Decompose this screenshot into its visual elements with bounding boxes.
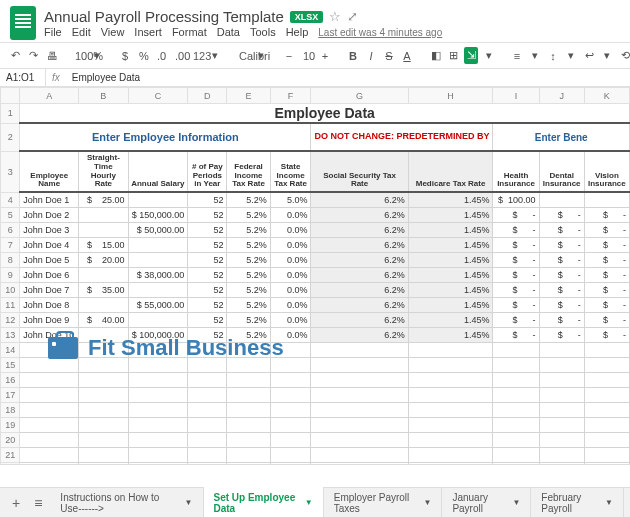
cell[interactable]: $ - xyxy=(493,282,539,297)
menu-tools[interactable]: Tools xyxy=(250,26,276,38)
cell[interactable] xyxy=(128,342,188,357)
all-sheets-icon[interactable]: ≡ xyxy=(28,491,48,515)
sheets-icon[interactable] xyxy=(10,6,36,40)
dec-more-icon[interactable]: .00 xyxy=(172,48,186,64)
col-header[interactable]: G xyxy=(311,88,408,104)
text-color-icon[interactable]: A xyxy=(400,48,414,64)
cell[interactable] xyxy=(79,207,128,222)
menu-file[interactable]: File xyxy=(44,26,62,38)
cell[interactable]: 1.45% xyxy=(408,237,493,252)
cell[interactable]: John Doe 8 xyxy=(20,297,79,312)
cell[interactable] xyxy=(188,447,227,462)
cell[interactable] xyxy=(311,402,408,417)
menu-view[interactable]: View xyxy=(101,26,125,38)
row-header[interactable]: 16 xyxy=(1,372,20,387)
cell[interactable]: $ 100,000.00 xyxy=(128,327,188,342)
cell[interactable]: $ - xyxy=(584,327,629,342)
currency-icon[interactable]: $ xyxy=(118,48,132,64)
cell[interactable]: 1.45% xyxy=(408,267,493,282)
cell[interactable] xyxy=(408,372,493,387)
cell[interactable] xyxy=(79,267,128,282)
cell[interactable] xyxy=(539,192,584,207)
cell[interactable] xyxy=(270,462,311,465)
cell[interactable]: 52 xyxy=(188,267,227,282)
cell[interactable] xyxy=(188,372,227,387)
cell[interactable]: 52 xyxy=(188,222,227,237)
bold-icon[interactable]: B xyxy=(346,48,360,64)
halign-icon[interactable]: ≡ xyxy=(510,48,524,64)
cell[interactable]: $ - xyxy=(539,207,584,222)
cell[interactable]: 0.0% xyxy=(270,312,311,327)
cell[interactable]: 5.2% xyxy=(227,192,270,207)
cell[interactable]: 6.2% xyxy=(311,312,408,327)
cell[interactable] xyxy=(493,447,539,462)
star-icon[interactable]: ☆ xyxy=(329,9,341,24)
cell[interactable]: 5.2% xyxy=(227,282,270,297)
cell[interactable]: $ - xyxy=(539,237,584,252)
cell[interactable]: $ - xyxy=(493,222,539,237)
cell[interactable] xyxy=(584,342,629,357)
chevron-down-icon[interactable]: ▼ xyxy=(605,498,613,507)
cell[interactable] xyxy=(79,297,128,312)
cell[interactable]: $ - xyxy=(539,282,584,297)
cell[interactable] xyxy=(539,357,584,372)
cell[interactable] xyxy=(270,417,311,432)
cell[interactable]: $ - xyxy=(584,297,629,312)
cell[interactable] xyxy=(79,372,128,387)
cell[interactable]: 0.0% xyxy=(270,282,311,297)
cell[interactable] xyxy=(584,387,629,402)
chevron-down-icon[interactable]: ▼ xyxy=(305,498,313,507)
chevron-down-icon[interactable]: ▼ xyxy=(512,498,520,507)
cell[interactable]: $ - xyxy=(539,252,584,267)
column-header-cell[interactable]: Annual Salary xyxy=(128,151,188,192)
cell[interactable] xyxy=(270,387,311,402)
cell[interactable] xyxy=(584,417,629,432)
column-header-cell[interactable]: Dental Insurance xyxy=(539,151,584,192)
cell[interactable] xyxy=(227,342,270,357)
cell[interactable] xyxy=(227,417,270,432)
row-header[interactable]: 14 xyxy=(1,342,20,357)
cell[interactable] xyxy=(539,462,584,465)
row-header[interactable]: 10 xyxy=(1,282,20,297)
cell[interactable]: $ - xyxy=(584,252,629,267)
col-header[interactable]: K xyxy=(584,88,629,104)
row-header[interactable]: 4 xyxy=(1,192,20,207)
row-header[interactable]: 18 xyxy=(1,402,20,417)
title-cell[interactable]: Employee Data xyxy=(20,104,630,124)
col-header[interactable]: C xyxy=(128,88,188,104)
cell[interactable]: 5.2% xyxy=(227,267,270,282)
cell[interactable] xyxy=(493,372,539,387)
cell[interactable]: 6.2% xyxy=(311,297,408,312)
cell[interactable]: 6.2% xyxy=(311,192,408,207)
row-header[interactable]: 19 xyxy=(1,417,20,432)
sheet-tab[interactable]: Employer Payroll Taxes▼ xyxy=(324,487,443,518)
row-header[interactable]: 12 xyxy=(1,312,20,327)
cell[interactable]: John Doe 2 xyxy=(20,207,79,222)
cell[interactable] xyxy=(227,402,270,417)
cell[interactable]: 1.45% xyxy=(408,192,493,207)
cell[interactable]: 5.2% xyxy=(227,252,270,267)
cell[interactable] xyxy=(79,342,128,357)
cell[interactable]: 5.2% xyxy=(227,207,270,222)
cell[interactable] xyxy=(311,462,408,465)
menu-format[interactable]: Format xyxy=(172,26,207,38)
cell[interactable]: $ - xyxy=(539,327,584,342)
cell[interactable] xyxy=(227,387,270,402)
row-header[interactable]: 22 xyxy=(1,462,20,465)
cell[interactable] xyxy=(20,402,79,417)
cell[interactable] xyxy=(311,387,408,402)
cell[interactable]: 5.2% xyxy=(227,222,270,237)
col-header[interactable]: H xyxy=(408,88,493,104)
font-select[interactable]: Calibri xyxy=(236,48,250,64)
row-header[interactable]: 9 xyxy=(1,267,20,282)
cell[interactable]: 5.2% xyxy=(227,327,270,342)
cell[interactable] xyxy=(270,372,311,387)
cell[interactable] xyxy=(493,432,539,447)
cell[interactable]: $ - xyxy=(584,222,629,237)
cell[interactable]: 0.0% xyxy=(270,297,311,312)
cell[interactable]: John Doe 4 xyxy=(20,237,79,252)
column-header-cell[interactable]: State Income Tax Rate xyxy=(270,151,311,192)
cell[interactable]: $ 25.00 xyxy=(79,192,128,207)
cell[interactable]: John Doe 1 xyxy=(20,192,79,207)
cell[interactable]: $ 35.00 xyxy=(79,282,128,297)
